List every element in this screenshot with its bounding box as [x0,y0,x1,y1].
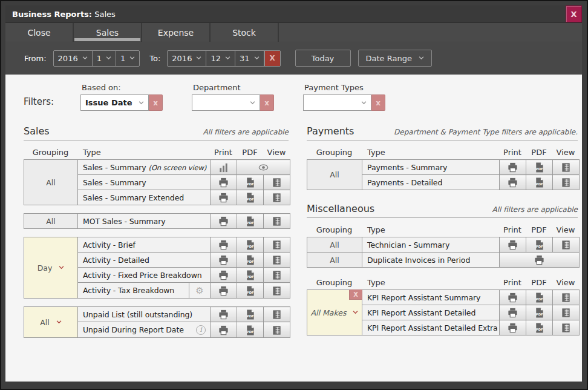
pdf-button[interactable] [526,237,553,253]
view-button[interactable] [553,237,580,253]
printer-icon [534,254,545,266]
report-content: Filters: Based on: Issue Date x Departme… [5,74,582,382]
type-cell: Payments - Summary [362,160,500,175]
settings-button[interactable]: ⚙ [189,283,210,298]
chevron-down-icon [361,101,367,105]
view-button[interactable] [264,268,290,283]
eye-view-button[interactable] [237,160,290,175]
grouping-select[interactable]: X All Makes [307,290,362,335]
view-button[interactable] [264,237,290,253]
print-button[interactable] [500,253,580,268]
tab-sales[interactable]: Sales [74,23,142,42]
unpaid-table: All Unpaid List (still outstanding) Unpa… [24,306,290,338]
pdf-button[interactable] [237,307,264,322]
department-clear-button[interactable]: x [260,94,274,111]
view-button[interactable] [264,190,290,205]
payment-types-select[interactable] [303,94,371,111]
type-cell: Activity - Brief [78,237,211,253]
view-button[interactable] [264,307,290,322]
view-button[interactable] [264,253,290,268]
print-button[interactable] [211,214,237,229]
date-range-select[interactable]: Date Range [358,50,432,67]
view-button[interactable] [553,160,580,175]
from-month-select[interactable]: 1 [93,51,116,66]
pdf-button[interactable] [526,305,553,320]
print-button[interactable] [211,307,237,322]
pdf-button[interactable] [237,283,264,299]
pdf-button[interactable] [526,320,553,335]
type-cell: KPI Report Assistant Summary [362,290,500,305]
to-label: To: [149,54,160,63]
pdf-icon [534,292,545,303]
view-button[interactable] [264,175,290,190]
today-button[interactable]: Today [295,50,351,67]
print-button[interactable] [211,237,237,253]
pdf-button[interactable] [237,268,264,283]
print-button[interactable] [211,322,237,338]
print-button[interactable] [211,190,237,205]
print-button[interactable] [211,253,237,268]
to-day-select[interactable]: 31 [235,51,264,66]
screen-view-button[interactable] [211,160,237,175]
pdf-button[interactable] [526,160,553,175]
chevron-down-icon [254,56,260,60]
print-button[interactable] [500,160,526,175]
tab-close[interactable]: Close [5,23,74,42]
clear-date-button[interactable]: X [264,51,280,66]
department-select[interactable] [192,94,260,111]
based-on-filter: Based on: Issue Date x [80,83,163,111]
table-row: All Sales - Summary (On screen view) [24,160,290,175]
print-button[interactable] [500,290,526,305]
pdf-button[interactable] [237,175,264,190]
pdf-button[interactable] [237,253,264,268]
filters-label: Filters: [24,96,54,107]
view-button[interactable] [264,283,290,299]
grouping-select[interactable]: All [24,307,78,338]
printer-icon [218,216,229,227]
pdf-button[interactable] [526,290,553,305]
table-view-icon [560,162,572,173]
from-day-select[interactable]: 1 [116,51,139,66]
pdf-icon [244,285,256,297]
pdf-button[interactable] [237,322,264,338]
view-button[interactable] [553,175,580,190]
payment-types-clear-button[interactable]: x [371,94,385,111]
close-button[interactable]: X [566,5,582,22]
to-month-select[interactable]: 12 [206,51,235,66]
print-button[interactable] [211,175,237,190]
view-button[interactable] [264,214,290,229]
pdf-button[interactable] [237,214,264,229]
grouping-cell: All [24,160,78,205]
pdf-button[interactable] [237,190,264,205]
based-on-clear-button[interactable]: x [149,94,163,111]
based-on-select[interactable]: Issue Date [80,94,149,111]
pdf-button[interactable] [526,175,553,190]
tab-stock[interactable]: Stock [211,23,279,42]
from-year-select[interactable]: 2016 [54,51,93,66]
view-button[interactable] [553,290,580,305]
tab-expense[interactable]: Expense [142,23,211,42]
print-button[interactable] [500,320,526,335]
view-button[interactable] [553,320,580,335]
sales-section-header: Sales All filters are applicable [24,125,289,140]
pdf-icon [244,309,256,320]
to-year-select[interactable]: 2016 [168,51,206,66]
type-cell: Technician - Summary [362,237,500,253]
print-button[interactable] [211,283,237,299]
misc-table: All Technician - Summary All Duplicate I… [307,237,580,268]
grouping-clear-button[interactable]: X [349,289,362,300]
grouping-cell: All [307,160,362,190]
print-button[interactable] [500,305,526,320]
payments-column: Payments Department & Payment Type filte… [307,125,578,346]
view-button[interactable] [264,322,290,338]
print-button[interactable] [211,268,237,283]
chevron-down-icon [196,56,201,60]
print-button[interactable] [500,237,526,253]
print-button[interactable] [500,175,526,190]
to-date-group: 2016 12 31 X [167,50,280,67]
grouping-select[interactable]: Day [24,237,78,299]
view-button[interactable] [553,305,580,320]
pdf-button[interactable] [237,237,264,253]
payment-types-label: Payment Types [303,83,385,92]
grouping-cell: All [307,237,362,253]
